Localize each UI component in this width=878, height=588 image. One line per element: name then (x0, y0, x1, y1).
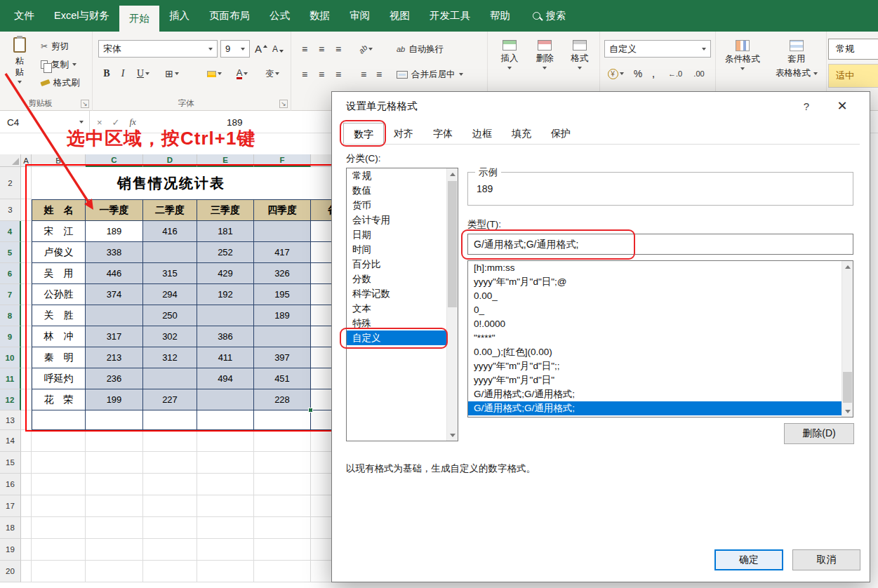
category-item-5[interactable]: 时间 (347, 242, 458, 257)
cell-C19[interactable] (86, 539, 143, 561)
cell-C7[interactable]: 374 (86, 284, 143, 305)
cell-C10[interactable]: 213 (86, 347, 143, 368)
scroll-thumb[interactable] (448, 181, 457, 307)
close-icon[interactable]: ✕ (823, 95, 861, 117)
align-middle-icon[interactable]: ≡ (314, 41, 329, 57)
merge-center-button[interactable]: 合并后居中 (394, 67, 466, 82)
cell-style-normal[interactable]: 常规 (828, 39, 878, 60)
cell-D8[interactable]: 250 (143, 305, 197, 326)
cell-D7[interactable]: 294 (143, 284, 197, 305)
cell-C14[interactable] (86, 430, 143, 452)
cell-D12[interactable]: 227 (143, 389, 197, 410)
ribbon-tab-10[interactable]: 帮助 (480, 0, 520, 32)
format-list-scrollbar[interactable] (842, 261, 853, 417)
cell-A7[interactable] (21, 284, 32, 305)
row-header-15[interactable]: 15 (0, 452, 21, 474)
cell-F14[interactable] (254, 430, 311, 452)
accounting-format-button[interactable]: ¥ (604, 65, 627, 82)
cell-F20[interactable] (254, 561, 311, 582)
category-item-3[interactable]: 会计专用 (347, 213, 458, 227)
cell-C6[interactable]: 446 (86, 263, 143, 284)
cell-A17[interactable] (21, 495, 32, 517)
cell-C18[interactable] (86, 517, 143, 539)
cell-D3[interactable]: 二季度 (143, 199, 197, 221)
cell-E15[interactable] (197, 452, 254, 474)
cell-F7[interactable]: 195 (254, 284, 311, 305)
cell-D19[interactable] (143, 539, 197, 561)
ribbon-tab-6[interactable]: 数据 (300, 0, 340, 32)
cell-F10[interactable]: 397 (254, 347, 311, 368)
cell-F9[interactable] (254, 326, 311, 347)
cell-E17[interactable] (197, 495, 254, 517)
row-header-10[interactable]: 10 (0, 347, 21, 368)
cell-F16[interactable] (254, 474, 311, 495)
underline-button[interactable]: U (132, 65, 154, 82)
cell-D15[interactable] (143, 452, 197, 474)
cell-A10[interactable] (21, 347, 32, 368)
scroll-thumb[interactable] (843, 372, 852, 403)
cell-C16[interactable] (86, 474, 143, 495)
ribbon-tab-0[interactable]: 文件 (4, 0, 44, 32)
cell-A20[interactable] (21, 561, 32, 582)
category-item-6[interactable]: 百分比 (347, 257, 458, 272)
font-dialog-launcher-icon[interactable]: ↘ (279, 100, 288, 108)
cell-A4[interactable] (21, 221, 32, 242)
cell-F8[interactable]: 189 (254, 305, 311, 326)
scroll-down-icon[interactable] (447, 429, 458, 441)
align-left-icon[interactable]: ≡ (297, 67, 312, 82)
align-center-icon[interactable]: ≡ (314, 67, 329, 82)
cell-B4[interactable]: 宋 江 (32, 221, 86, 242)
cell-B13[interactable] (32, 410, 86, 430)
align-bottom-icon[interactable]: ≡ (331, 41, 346, 57)
cell-B10[interactable]: 秦 明 (32, 347, 86, 368)
cell-F18[interactable] (254, 517, 311, 539)
orientation-button[interactable]: ab (356, 41, 375, 57)
cell-E19[interactable] (197, 539, 254, 561)
cell-E12[interactable] (197, 389, 254, 410)
fill-handle[interactable] (308, 408, 313, 413)
cell-B11[interactable]: 呼延灼 (32, 368, 86, 389)
row-header-6[interactable]: 6 (0, 263, 21, 284)
cell-F13[interactable] (254, 410, 311, 430)
row-header-9[interactable]: 9 (0, 326, 21, 347)
dialog-tab-0[interactable]: 数字 (343, 123, 384, 144)
cell-B16[interactable] (32, 474, 86, 495)
cell-A15[interactable] (21, 452, 32, 474)
cancel-button[interactable]: 取消 (792, 549, 860, 570)
cell-D4[interactable]: 416 (143, 221, 197, 242)
decrease-font-size-button[interactable]: A (270, 40, 286, 58)
wrap-text-button[interactable]: ab 自动换行 (394, 41, 446, 57)
cut-button[interactable]: ✂ 剪切 (38, 39, 72, 54)
cell-C8[interactable] (86, 305, 143, 326)
category-item-7[interactable]: 分数 (347, 272, 458, 286)
row-header-17[interactable]: 17 (0, 495, 21, 517)
cell-D11[interactable] (143, 368, 197, 389)
dialog-tab-2[interactable]: 字体 (423, 123, 463, 144)
category-item-11[interactable]: 自定义 (347, 330, 458, 345)
format-code-item-0[interactable]: [h]:mm:ss (468, 261, 853, 275)
cell-A19[interactable] (21, 539, 32, 561)
cell-D6[interactable]: 315 (143, 263, 197, 284)
cell-C11[interactable]: 236 (86, 368, 143, 389)
cell-A18[interactable] (21, 517, 32, 539)
percent-style-button[interactable]: % (631, 65, 645, 82)
category-scrollbar[interactable] (446, 168, 458, 441)
cell-F17[interactable] (254, 495, 311, 517)
dialog-tab-4[interactable]: 填充 (502, 123, 541, 144)
column-header-D[interactable]: D (143, 154, 197, 167)
ribbon-tab-7[interactable]: 审阅 (340, 0, 380, 32)
cell-D16[interactable] (143, 474, 197, 495)
cell-D9[interactable]: 302 (143, 326, 197, 347)
dialog-tab-1[interactable]: 对齐 (384, 123, 423, 144)
cell-E13[interactable] (197, 410, 254, 430)
cell-B15[interactable] (32, 452, 86, 474)
italic-button[interactable]: I (117, 65, 129, 82)
cell-E6[interactable]: 429 (197, 263, 254, 284)
ok-button[interactable]: 确定 (714, 549, 783, 570)
cell-C17[interactable] (86, 495, 143, 517)
cell-F5[interactable]: 417 (254, 242, 311, 263)
cell-C9[interactable]: 317 (86, 326, 143, 347)
row-header-4[interactable]: 4 (0, 221, 21, 242)
cell-B20[interactable] (32, 561, 86, 582)
search-box[interactable]: 搜索 (533, 0, 566, 32)
